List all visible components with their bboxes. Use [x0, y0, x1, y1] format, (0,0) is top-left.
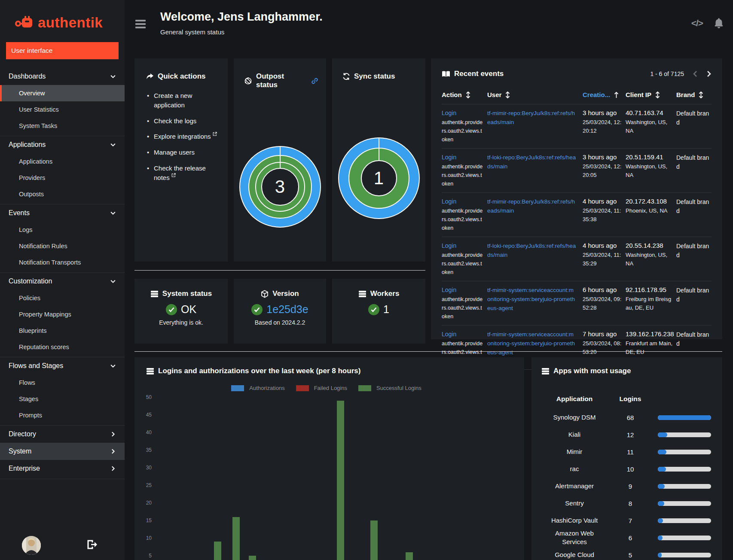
sort-header-brand[interactable]: Brand: [676, 91, 712, 98]
sign-out-icon[interactable]: [87, 539, 100, 551]
user-avatar[interactable]: [22, 536, 41, 555]
server-icon: [541, 368, 550, 375]
sort-header-client-ip[interactable]: Client IP: [626, 91, 676, 98]
quick-action-check-the-logs[interactable]: Check the logs: [146, 116, 217, 126]
chevron-down-icon: [110, 363, 116, 369]
check-circle-icon: [166, 304, 177, 315]
notification-bell-icon[interactable]: [714, 18, 724, 28]
outpost-link-icon[interactable]: [311, 77, 318, 85]
quick-action-explore-integrations[interactable]: Explore integrations: [146, 132, 217, 141]
event-action-link[interactable]: Login: [442, 198, 456, 205]
sidebar-item-property-mappings[interactable]: Property Mappings: [0, 306, 125, 323]
sidebar-section-directory[interactable]: Directory: [0, 426, 125, 443]
sidebar-item-notification-rules[interactable]: Notification Rules: [0, 238, 125, 254]
event-row: Loginauthentik.providers.oauth2.views.to…: [442, 281, 712, 326]
apps-column-logins: Logins: [609, 395, 652, 403]
quick-action-create-a-new-application[interactable]: Create a new application: [146, 91, 217, 110]
event-client-ip: 92.116.178.95: [626, 286, 676, 293]
sidebar-item-reputation-scores[interactable]: Reputation scores: [0, 339, 125, 355]
event-action-link[interactable]: Login: [442, 286, 456, 293]
sidebar-item-prompts[interactable]: Prompts: [0, 407, 125, 423]
sort-header-user[interactable]: User: [487, 91, 583, 98]
event-user-link[interactable]: tf-mimir-repo:BeryJu/k8s:ref:refs/heads/…: [487, 198, 583, 216]
sidebar-item-stages[interactable]: Stages: [0, 391, 125, 407]
sidebar-section-enterprise[interactable]: Enterprise: [0, 460, 125, 477]
column-label: User: [487, 91, 501, 98]
column-label: Creatio...: [583, 91, 610, 98]
legend-swatch-failed-logins: [296, 385, 309, 391]
event-action-link[interactable]: Login: [442, 242, 456, 249]
event-context: authentik.providers.oauth2.views.token: [442, 162, 487, 188]
sidebar-item-system-tasks[interactable]: System Tasks: [0, 118, 125, 134]
successful-logins-bar: [232, 517, 240, 560]
app-usage-row: Kiali12: [531, 426, 722, 443]
event-geo: Frankfurt am Main, DE, EU: [626, 339, 676, 356]
legend-swatch-successful-logins: [358, 385, 371, 391]
sidebar-item-logs[interactable]: Logs: [0, 222, 125, 238]
sort-icon: [505, 91, 510, 98]
app-name: rac: [570, 465, 579, 473]
sidebar-section-dashboards[interactable]: Dashboards: [0, 68, 125, 85]
app-logins-count: 68: [609, 414, 652, 421]
event-time-ago: 7 hours ago: [583, 330, 626, 338]
apps-table-body: Synology DSM68Kiali12Mimir11rac10Alertma…: [531, 409, 722, 560]
sidebar-item-flows[interactable]: Flows: [0, 374, 125, 391]
sidebar-section-system[interactable]: System: [0, 443, 125, 460]
event-action-link[interactable]: Login: [442, 154, 456, 161]
authentik-logo[interactable]: authentik: [0, 0, 125, 31]
quick-actions-card: Quick actions Create a new applicationCh…: [134, 58, 228, 262]
system-status-card: System status OK Everything is ok.: [134, 279, 228, 344]
sidebar-item-overview[interactable]: Overview: [0, 85, 125, 101]
book-icon: [442, 70, 450, 78]
user-interface-button[interactable]: User interface: [6, 42, 119, 59]
sidebar-item-policies[interactable]: Policies: [0, 290, 125, 306]
app-name: Synology DSM: [553, 413, 596, 422]
sidebar-nav: DashboardsOverviewUser StatisticsSystem …: [0, 68, 125, 479]
previous-page-button[interactable]: [693, 70, 698, 77]
sidebar-item-providers[interactable]: Providers: [0, 170, 125, 186]
event-action-link[interactable]: Login: [442, 110, 456, 116]
legend-label: Failed Logins: [314, 385, 347, 391]
sidebar-section-customization[interactable]: Customization: [0, 273, 125, 290]
sort-header-creatio[interactable]: Creatio...: [583, 91, 626, 98]
event-brand: Default brand: [676, 198, 712, 232]
app-usage-row: Sentry8: [531, 495, 722, 512]
sidebar-item-outposts[interactable]: Outposts: [0, 186, 125, 202]
app-usage-row: Mimir11: [531, 443, 722, 460]
outpost-icon: [244, 77, 252, 85]
event-row: Loginauthentik.providers.oauth2.views.to…: [442, 149, 712, 193]
sidebar-toggle-button[interactable]: [135, 20, 147, 29]
event-timestamp: 25/03/2024, 09:52:28: [583, 295, 626, 312]
sidebar-section-flows-and-stages[interactable]: Flows and Stages: [0, 357, 125, 374]
sort-header-action[interactable]: Action: [442, 91, 487, 98]
sidebar-section-label: System: [9, 447, 31, 455]
sidebar-item-user-statistics[interactable]: User Statistics: [0, 101, 125, 118]
y-axis-tick: 40: [137, 429, 152, 435]
event-user-link[interactable]: tf-mimir-repo:BeryJu/k8s:ref:refs/heads/…: [487, 109, 583, 127]
successful-logins-bar: [337, 401, 344, 560]
sidebar-section-applications[interactable]: Applications: [0, 136, 125, 153]
event-user-link[interactable]: tf-mimir-system:serviceaccount:monitorin…: [487, 286, 583, 313]
sidebar-section-events[interactable]: Events: [0, 204, 125, 222]
event-action-link[interactable]: Login: [442, 331, 456, 338]
next-page-button[interactable]: [706, 70, 712, 77]
version-value-link[interactable]: 1e25d3e: [266, 303, 308, 316]
event-time-ago: 4 hours ago: [583, 198, 626, 205]
quick-action-label: Check the release notes: [154, 164, 206, 181]
app-usage-row: Alertmanager9: [531, 478, 722, 495]
quick-action-manage-users[interactable]: Manage users: [146, 148, 217, 157]
sidebar-item-notification-transports[interactable]: Notification Transports: [0, 254, 125, 271]
api-code-icon[interactable]: </>: [691, 18, 703, 28]
event-user-link[interactable]: tf-loki-repo:BeryJu/k8s:ref:refs/heads/m…: [487, 242, 583, 260]
app-logins-count: 10: [609, 466, 652, 473]
workers-title: Workers: [370, 289, 400, 298]
sidebar-item-blueprints[interactable]: Blueprints: [0, 323, 125, 339]
successful-logins-bar: [406, 552, 413, 560]
event-user-link[interactable]: tf-mimir-system:serviceaccount:monitorin…: [487, 330, 583, 357]
quick-action-check-the-release-notes[interactable]: Check the release notes: [146, 164, 217, 183]
successful-logins-bar: [370, 520, 378, 560]
app-logins-count: 12: [609, 431, 652, 438]
event-user-link[interactable]: tf-loki-repo:BeryJu/k8s:ref:refs/heads/m…: [487, 153, 583, 171]
sidebar-item-applications[interactable]: Applications: [0, 153, 125, 170]
event-context: authentik.providers.oauth2.views.token: [442, 118, 487, 144]
